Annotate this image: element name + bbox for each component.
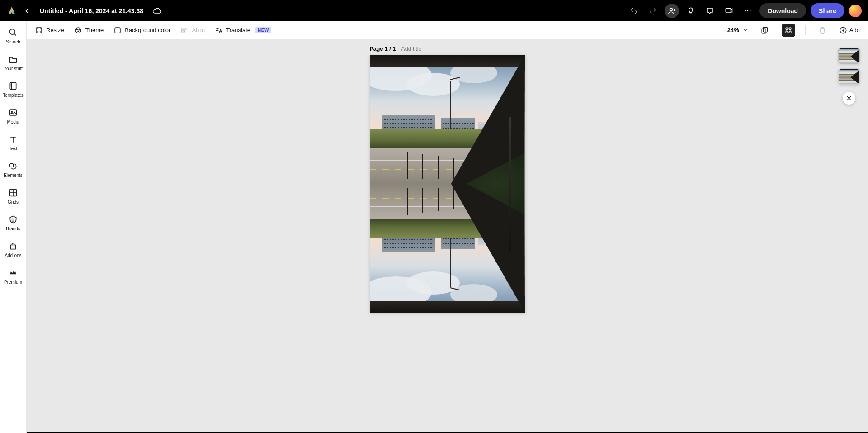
redo-button[interactable] (646, 4, 660, 18)
svg-point-20 (78, 31, 79, 32)
canvas-area[interactable]: Page 1 / 1 - Add title (27, 39, 868, 433)
theme-button[interactable]: Theme (74, 26, 104, 34)
undo-button[interactable] (627, 4, 641, 18)
invite-button[interactable] (665, 4, 679, 18)
translate-label: Translate (226, 27, 250, 33)
download-button[interactable]: Download (760, 3, 806, 18)
svg-point-30 (789, 31, 791, 33)
sidebar-item-media[interactable]: Media (0, 106, 26, 126)
resize-icon (35, 26, 43, 34)
resize-button[interactable]: Resize (35, 26, 64, 34)
delete-page-button (816, 24, 829, 37)
sidebar-label: Your stuff (4, 66, 23, 71)
comment-icon[interactable] (703, 4, 717, 18)
svg-point-28 (789, 28, 791, 30)
sidebar-label: Templates (3, 93, 24, 98)
bgcolor-icon (113, 26, 122, 34)
folder-icon (8, 54, 18, 64)
add-label: Add (849, 27, 860, 33)
sidebar-label: Grids (8, 200, 19, 205)
sidebar-item-premium[interactable]: Premium (0, 266, 26, 286)
sidebar-item-your-stuff[interactable]: Your stuff (0, 52, 26, 73)
more-icon[interactable] (741, 4, 755, 18)
sidebar-label: Media (7, 119, 19, 124)
svg-point-4 (745, 10, 746, 11)
top-bar: Untitled - April 16, 2024 at 21.43.38 Do… (0, 0, 868, 21)
page-sep: - (397, 46, 399, 52)
resize-label: Resize (46, 27, 64, 33)
svg-rect-21 (115, 28, 120, 33)
cloud-sync-icon[interactable] (152, 6, 161, 15)
media-icon (8, 108, 18, 118)
text-icon (8, 134, 18, 144)
page-frame[interactable] (370, 55, 525, 313)
sidebar-item-brands[interactable]: Brands (0, 213, 26, 233)
sidebar-label: Search (6, 39, 20, 44)
sidebar-label: Premium (4, 280, 22, 285)
svg-point-6 (750, 10, 751, 11)
close-thumbnails-button[interactable] (843, 92, 855, 105)
toolbar-divider (805, 25, 806, 35)
new-badge: NEW (255, 27, 271, 33)
sidebar-item-templates[interactable]: Templates (0, 79, 26, 100)
download-label: Download (768, 7, 798, 14)
addons-icon (8, 241, 18, 251)
svg-point-7 (10, 29, 15, 35)
page-wrap: Page 1 / 1 - Add title (370, 46, 525, 313)
app-logo[interactable] (6, 5, 17, 16)
sidebar-item-search[interactable]: Search (0, 26, 26, 46)
svg-point-19 (79, 29, 80, 30)
plus-circle-icon (839, 26, 847, 34)
canvas-image[interactable] (370, 55, 525, 313)
svg-rect-25 (763, 27, 767, 32)
bgcolor-label: Background color (125, 27, 170, 33)
premium-icon (8, 268, 18, 278)
brands-icon (8, 214, 18, 224)
thumbnail-2[interactable] (838, 68, 860, 85)
svg-point-18 (77, 29, 78, 30)
svg-rect-23 (183, 29, 187, 30)
sidebar-item-grids[interactable]: Grids (0, 186, 26, 206)
sidebar-item-text[interactable]: Text (0, 133, 26, 153)
bgcolor-button[interactable]: Background color (113, 26, 170, 34)
document-title[interactable]: Untitled - April 16, 2024 at 21.43.38 (40, 7, 143, 14)
page-title-placeholder[interactable]: Add title (401, 46, 421, 52)
page-number: Page 1 / 1 (370, 46, 396, 52)
zoom-value: 24% (727, 27, 739, 33)
present-icon[interactable] (722, 4, 736, 18)
sidebar-label: Elements (4, 173, 23, 178)
svg-rect-3 (726, 8, 731, 12)
align-label: Align (192, 27, 205, 33)
layers-button[interactable] (782, 24, 795, 37)
back-button[interactable] (22, 5, 33, 16)
translate-icon (215, 26, 223, 34)
main-column: Resize Theme Background color Align Tran… (27, 21, 868, 433)
sidebar-label: Brands (6, 226, 20, 231)
page-label[interactable]: Page 1 / 1 - Add title (370, 46, 525, 52)
topbar-actions: Download Share (627, 3, 862, 18)
sidebar-item-addons[interactable]: Add-ons (0, 239, 26, 260)
align-button: Align (180, 26, 205, 34)
sidebar-label: Text (9, 146, 17, 151)
align-icon (180, 26, 189, 34)
lightbulb-icon[interactable] (684, 4, 698, 18)
svg-point-5 (747, 10, 749, 11)
translate-button[interactable]: Translate NEW (215, 26, 271, 34)
chevron-down-icon (743, 28, 748, 33)
zoom-dropdown[interactable]: 24% (727, 27, 748, 33)
svg-point-0 (670, 8, 673, 11)
thumbnail-1[interactable] (838, 48, 860, 64)
share-button[interactable]: Share (811, 3, 844, 18)
context-toolbar: Resize Theme Background color Align Tran… (27, 21, 868, 39)
add-page-button[interactable]: Add (839, 26, 860, 34)
svg-point-29 (786, 31, 788, 33)
duplicate-page-button[interactable] (758, 24, 772, 37)
svg-rect-9 (10, 83, 16, 90)
sidebar-label: Add-ons (5, 253, 21, 258)
svg-point-12 (10, 163, 14, 167)
sidebar-item-elements[interactable]: Elements (0, 159, 26, 180)
user-avatar[interactable] (849, 5, 862, 17)
search-icon (8, 28, 18, 38)
svg-rect-26 (762, 29, 766, 33)
close-icon (846, 95, 852, 101)
